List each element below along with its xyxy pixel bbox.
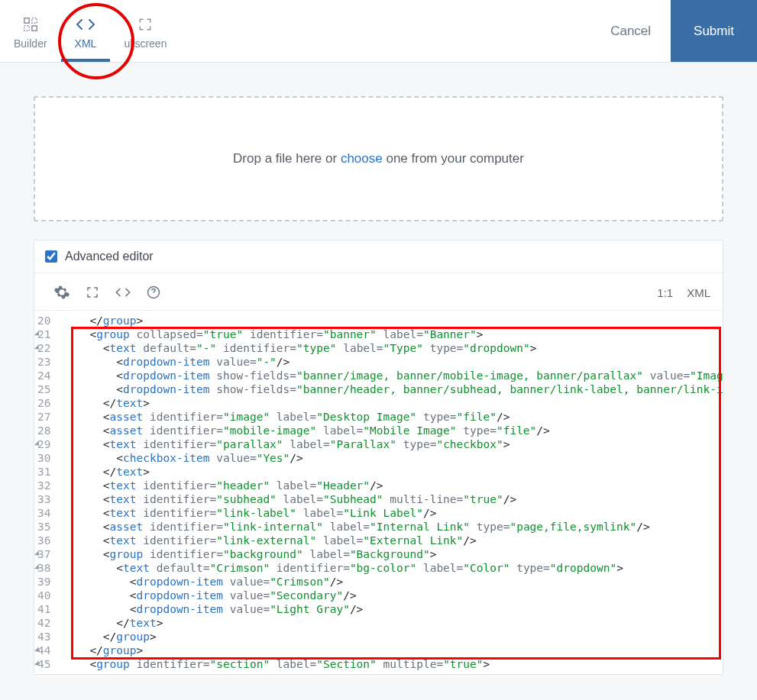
advanced-editor-row: Advanced editor xyxy=(34,240,723,273)
tab-fullscreen-label: ullscreen xyxy=(124,37,167,50)
code-toggle-icon[interactable] xyxy=(108,285,138,299)
svg-rect-3 xyxy=(32,25,37,30)
fullscreen-icon xyxy=(137,15,153,34)
file-dropzone[interactable]: Drop a file here or choose one from your… xyxy=(34,96,723,221)
language-mode: XML xyxy=(687,286,710,299)
tab-builder[interactable]: Builder xyxy=(0,0,61,62)
line-gutter: 2021222324252627282930313233343536373839… xyxy=(34,311,57,674)
tab-xml-label: XML xyxy=(75,37,97,50)
top-toolbar: Builder XML ullscreen Cancel Submit xyxy=(0,0,757,63)
editor-toolbar: 1:1 XML xyxy=(34,273,723,311)
editor-card: Advanced editor 1:1 XML 2021222324252627… xyxy=(34,240,723,675)
tab-fullscreen[interactable]: ullscreen xyxy=(110,0,180,62)
svg-rect-2 xyxy=(24,25,29,30)
choose-file-link[interactable]: choose xyxy=(341,151,383,166)
code-editor[interactable]: 2021222324252627282930313233343536373839… xyxy=(34,311,723,674)
builder-icon xyxy=(22,15,39,34)
dropzone-text-suffix: one from your computer xyxy=(383,151,524,166)
dropzone-text-prefix: Drop a file here or xyxy=(233,151,341,166)
cancel-button[interactable]: Cancel xyxy=(590,0,671,62)
svg-rect-1 xyxy=(32,18,37,22)
submit-button[interactable]: Submit xyxy=(671,0,757,62)
tab-xml[interactable]: XML xyxy=(61,0,111,62)
help-icon[interactable] xyxy=(138,285,169,300)
code-icon xyxy=(75,15,96,34)
expand-icon[interactable] xyxy=(77,285,108,299)
svg-rect-0 xyxy=(24,18,29,22)
tab-builder-label: Builder xyxy=(14,37,47,50)
advanced-editor-checkbox[interactable] xyxy=(45,250,57,263)
gear-icon[interactable] xyxy=(47,284,77,301)
cursor-position: 1:1 xyxy=(657,286,673,299)
code-content[interactable]: </group> <group collapsed="true" identif… xyxy=(57,311,723,674)
advanced-editor-label: Advanced editor xyxy=(65,250,154,263)
